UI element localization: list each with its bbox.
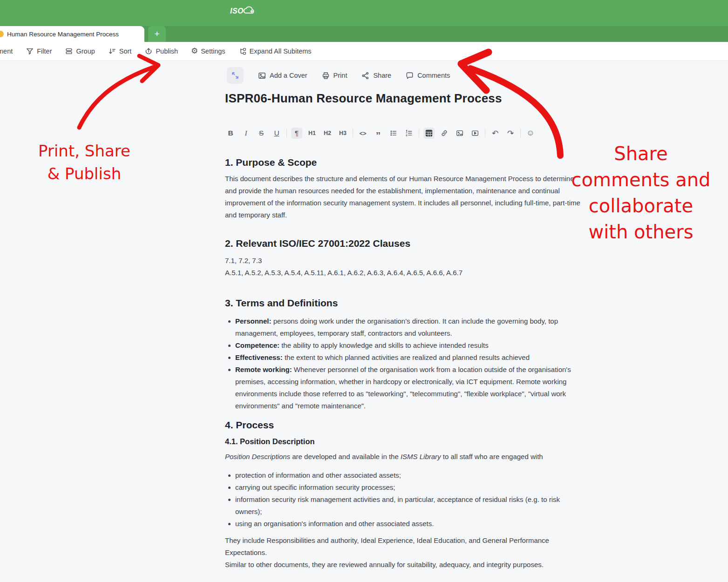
section-4-1-heading: 4.1. Position Description <box>225 437 582 446</box>
toolbar-divider <box>419 129 419 137</box>
insert-image-icon <box>456 129 464 137</box>
toolbar-divider <box>286 129 287 137</box>
comments-button[interactable]: Comments <box>405 71 450 80</box>
document-title: ISPR06-Human Resource Management Process <box>225 91 582 106</box>
section-2-heading: 2. Relevant ISO/IEC 27001:2022 Clauses <box>225 238 582 249</box>
closing-line-1: They include Responsibilities and author… <box>225 535 582 559</box>
bullet-list-icon <box>389 129 398 137</box>
list-item: Effectiveness: the extent to which plann… <box>225 352 582 364</box>
italic-button[interactable]: I <box>240 128 252 139</box>
engagement-list: protection of information and other asso… <box>225 469 582 530</box>
view-toolbar: ment Filter Group Sort Publish <box>0 42 728 61</box>
image-icon <box>258 71 266 80</box>
tab-favicon-icon <box>0 31 4 37</box>
toolbar-divider <box>353 129 353 137</box>
paragraph-button[interactable]: ¶ <box>291 128 302 139</box>
list-item: carrying out specific information securi… <box>225 481 582 494</box>
group-button[interactable]: Group <box>65 47 95 55</box>
list-item: information security risk management act… <box>225 494 582 518</box>
bullet-list-button[interactable] <box>388 128 399 139</box>
tab-label: Human Resource Management Process <box>7 31 119 38</box>
clause-line-1: 7.1, 7.2, 7.3 <box>225 255 582 267</box>
closing-paragraph: They include Responsibilities and author… <box>225 535 582 571</box>
quote-button[interactable]: ” <box>373 128 384 139</box>
table-button[interactable] <box>423 128 435 139</box>
code-button[interactable]: <> <box>357 128 368 139</box>
list-item: protection of information and other asso… <box>225 469 582 481</box>
list-item: Competence: the ability to apply knowled… <box>225 339 582 352</box>
annotation-share-comments: Share comments and collaborate with othe… <box>567 141 714 245</box>
terms-list: Personnel: persons doing work under the … <box>225 315 582 412</box>
sort-button[interactable]: Sort <box>108 47 132 55</box>
add-cover-button[interactable]: Add a Cover <box>258 71 307 80</box>
clause-line-2: A.5.1, A.5.2, A.5.3, A.5.4, A.5.11, A.6.… <box>225 267 582 279</box>
section-3-heading: 3. Terms and Definitions <box>225 298 582 309</box>
undo-button[interactable]: ↶ <box>490 128 501 139</box>
expand-all-subitems-button[interactable]: Expand All Subitems <box>238 47 312 55</box>
link-icon <box>440 129 449 137</box>
strikethrough-button[interactable]: S <box>256 128 267 139</box>
share-icon <box>361 71 370 80</box>
app-window: ISO Human Resource Management Process + … <box>0 0 728 582</box>
list-item: Personnel: persons doing work under the … <box>225 315 582 339</box>
video-icon <box>471 129 479 137</box>
gear-icon: ⚙ <box>191 47 198 55</box>
expand-arrows-icon <box>231 71 240 80</box>
publish-icon <box>144 47 153 55</box>
document-toolbar: Add a Cover Print Share Comments <box>225 67 582 84</box>
share-button[interactable]: Share <box>361 71 391 80</box>
bold-button[interactable]: B <box>225 128 236 139</box>
underline-button[interactable]: U <box>271 128 282 139</box>
heading2-button[interactable]: H2 <box>322 128 333 139</box>
list-item: Remote working: Whenever personnel of th… <box>225 364 582 412</box>
group-icon <box>65 47 73 55</box>
view-toolbar-item-truncated[interactable]: ment <box>0 47 13 55</box>
position-description-intro: Position Descriptions are developed and … <box>225 451 582 463</box>
table-icon <box>425 129 433 137</box>
truncated-label: ment <box>0 47 13 55</box>
section-4-heading: 4. Process <box>225 420 582 431</box>
cloud-plus-icon <box>242 6 256 17</box>
document-actions: Add a Cover Print Share Comments <box>258 71 450 80</box>
list-item: using an organisation's information and … <box>225 518 582 530</box>
section-1-paragraph: This document describes the structure an… <box>225 173 582 221</box>
tab-bar: Human Resource Management Process + <box>0 26 728 42</box>
numbered-list-button[interactable] <box>403 128 415 139</box>
insert-video-button[interactable] <box>469 128 481 139</box>
section-2-clauses: 7.1, 7.2, 7.3 A.5.1, A.5.2, A.5.3, A.5.4… <box>225 255 582 279</box>
document-panel: Add a Cover Print Share Comments <box>225 61 582 571</box>
emoji-button[interactable]: ☺ <box>525 128 536 139</box>
printer-icon <box>321 71 330 80</box>
toolbar-divider <box>520 129 521 137</box>
iso-logo: ISO <box>230 6 256 17</box>
section-1-heading: 1. Purpose & Scope <box>225 157 582 168</box>
subitems-tree-icon <box>238 47 247 55</box>
sort-icon <box>108 47 116 55</box>
closing-line-2: Similar to other documents, they are rev… <box>225 559 582 571</box>
content-area: Add a Cover Print Share Comments <box>0 61 728 582</box>
new-tab-button[interactable]: + <box>148 26 166 42</box>
filter-button[interactable]: Filter <box>26 47 52 55</box>
toolbar-divider <box>485 129 485 137</box>
annotation-print-share-publish: Print, Share & Publish <box>13 140 156 185</box>
comment-icon <box>405 71 414 80</box>
publish-button[interactable]: Publish <box>144 47 178 55</box>
insert-image-button[interactable] <box>454 128 465 139</box>
tab-human-resource-management-process[interactable]: Human Resource Management Process <box>0 26 144 42</box>
redo-button[interactable]: ↷ <box>505 128 516 139</box>
settings-button[interactable]: ⚙ Settings <box>191 47 225 55</box>
formatting-toolbar: B I S U ¶ H1 H2 H3 <> ” <box>225 126 582 140</box>
numbered-list-icon <box>405 129 413 137</box>
print-button[interactable]: Print <box>321 71 347 80</box>
heading1-button[interactable]: H1 <box>306 128 318 139</box>
link-button[interactable] <box>439 128 450 139</box>
heading3-button[interactable]: H3 <box>337 128 348 139</box>
filter-icon <box>26 47 34 55</box>
top-app-bar: ISO <box>0 0 728 26</box>
expand-document-button[interactable] <box>227 67 244 84</box>
